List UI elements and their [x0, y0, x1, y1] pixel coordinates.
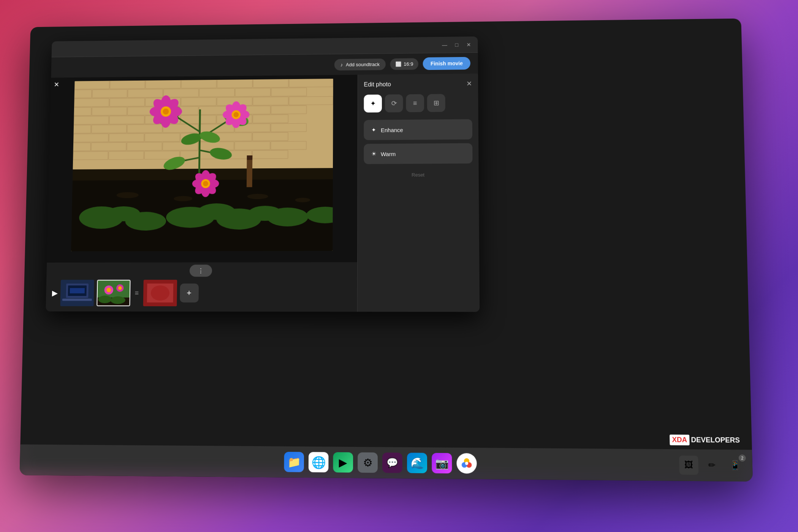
app-window: — □ ✕ ♪ Add soundtrack ⬜ 16:9 Finish mov… [46, 36, 480, 312]
taskbar-chrome[interactable]: 🌐 [309, 452, 329, 472]
reset-button[interactable]: Reset [364, 169, 473, 181]
edit-panel-title: Edit photo [364, 81, 391, 88]
taskbar-slack[interactable]: 💬 [382, 453, 402, 473]
device-icon: 📱 [729, 460, 740, 470]
edit-panel-header: Edit photo ✕ [364, 79, 472, 89]
video-area: ✕ [46, 75, 358, 312]
timeline-thumb-flowers[interactable] [97, 280, 130, 306]
tablet-icon[interactable]: 📱 2 [725, 456, 744, 475]
taskbar: 📁 🌐 ▶ ⚙ 💬 🌊 📷 [19, 444, 753, 481]
edit-panel: Edit photo ✕ ✦ ⟳ ≡ ⊞ ✦ Enhance ☀ [357, 74, 480, 312]
aspect-ratio-button[interactable]: ⬜ 16:9 [390, 58, 419, 70]
add-media-button[interactable]: + [180, 283, 199, 302]
video-close-button[interactable]: ✕ [54, 81, 59, 89]
play-button[interactable]: ▶ [52, 288, 58, 298]
enhance-button[interactable]: ✦ Enhance [364, 119, 472, 140]
more-options-icon: ⋮ [198, 267, 204, 274]
xda-watermark: XDA DEVELOPERS [670, 435, 740, 446]
add-soundtrack-button[interactable]: ♪ Add soundtrack [334, 59, 386, 71]
taskbar-editor: 🖼 [679, 456, 698, 475]
photos-editor-icon[interactable]: 🖼 [679, 456, 698, 475]
xda-box-label: XDA [670, 435, 690, 445]
tab-rotate[interactable]: ⟳ [385, 94, 403, 112]
drag-handle-icon: ≡ [133, 289, 141, 297]
svg-point-132 [111, 296, 126, 304]
close-edit-panel-button[interactable]: ✕ [466, 79, 472, 88]
window-controls: — □ ✕ [440, 40, 473, 49]
taskbar-play-store[interactable]: ▶ [333, 452, 353, 473]
taskbar-files[interactable]: 📁 [284, 452, 304, 472]
xda-suffix-label: DEVELOPERS [691, 436, 740, 445]
timeline-strip: ▶ [46, 280, 357, 306]
google-photos-icon [461, 457, 473, 470]
tab-enhance[interactable]: ✦ [364, 95, 382, 112]
timeline-options-button[interactable]: ⋮ [190, 264, 212, 277]
laptop-frame: — □ ✕ ♪ Add soundtrack ⬜ 16:9 Finish mov… [19, 19, 753, 482]
soundtrack-label: Add soundtrack [346, 62, 380, 68]
taskbar-edge[interactable]: 🌊 [407, 453, 427, 473]
editor-icon: 🖼 [684, 460, 694, 470]
tab-crop[interactable]: ⊞ [427, 94, 445, 112]
ratio-icon: ⬜ [396, 61, 402, 67]
finish-movie-button[interactable]: Finish movie [423, 57, 470, 70]
svg-rect-123 [70, 288, 85, 293]
badge-count: 2 [739, 454, 746, 462]
maximize-button[interactable]: □ [452, 40, 461, 49]
edge-icon: 🌊 [410, 456, 424, 469]
pen-icon: ✏ [708, 460, 715, 470]
files-icon: 📁 [287, 456, 301, 469]
play-icon: ▶ [52, 289, 58, 297]
svg-rect-124 [62, 299, 92, 301]
slack-icon: 💬 [386, 457, 398, 468]
taskbar-settings[interactable]: ⚙ [358, 452, 378, 473]
settings-icon: ⚙ [363, 456, 372, 469]
pen-tool-icon[interactable]: ✏ [702, 456, 722, 475]
ratio-label: 16:9 [404, 61, 413, 67]
edit-tabs: ✦ ⟳ ≡ ⊞ [364, 94, 472, 112]
video-frame [71, 79, 333, 251]
chrome-icon: 🌐 [311, 455, 325, 469]
enhance-label: Enhance [381, 127, 403, 133]
minimize-button[interactable]: — [440, 40, 449, 49]
finish-movie-label: Finish movie [431, 60, 463, 66]
timeline-thumb-laptop[interactable] [60, 280, 94, 306]
music-icon: ♪ [340, 62, 343, 68]
close-button[interactable]: ✕ [464, 40, 473, 49]
taskbar-right-area: 🖼 ✏ 📱 2 [679, 456, 745, 475]
timeline-area: ⋮ ▶ [46, 262, 357, 312]
photos-app-icon: 📷 [435, 457, 449, 470]
reset-label: Reset [412, 172, 424, 178]
add-icon: + [187, 288, 192, 298]
tab-adjust[interactable]: ≡ [406, 94, 424, 112]
svg-rect-64 [247, 155, 253, 160]
main-content: ✕ [46, 74, 480, 312]
warm-icon: ☀ [371, 150, 376, 157]
desktop: — □ ✕ ♪ Add soundtrack ⬜ 16:9 Finish mov… [0, 0, 798, 532]
svg-rect-63 [247, 157, 252, 187]
warm-label: Warm [381, 150, 396, 157]
taskbar-photos-app[interactable]: 📷 [432, 453, 452, 473]
play-store-icon: ▶ [339, 456, 347, 469]
enhance-icon: ✦ [371, 127, 376, 133]
taskbar-google-photos[interactable] [456, 453, 477, 473]
timeline-thumb-red[interactable] [143, 280, 177, 306]
warm-button[interactable]: ☀ Warm [364, 143, 472, 164]
